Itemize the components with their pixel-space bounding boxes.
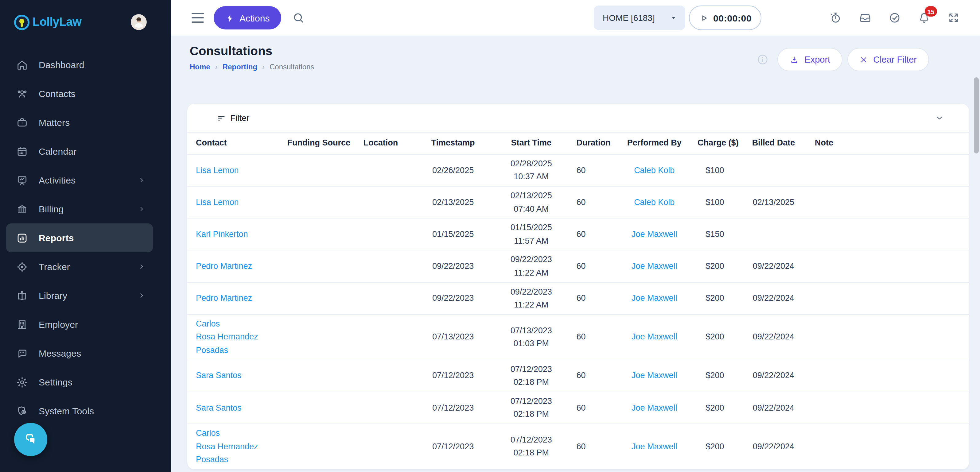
performed-by-link[interactable]: Caleb Kolb <box>634 198 675 207</box>
cell-billed-date: 09/22/2024 <box>738 360 809 392</box>
table-row: Karl Pinkerton01/15/202501/15/202511:57 … <box>187 219 969 250</box>
sidebar-item-reports[interactable]: Reports <box>6 223 153 252</box>
sidebar-item-employer[interactable]: Employer <box>6 310 153 339</box>
performed-by-link[interactable]: Joe Maxwell <box>632 332 677 342</box>
cell-note <box>809 392 969 424</box>
cell-billed-date: 09/22/2024 <box>738 282 809 314</box>
clear-filter-button[interactable]: Clear Filter <box>847 48 929 71</box>
table-row: Lisa Lemon02/26/202502/28/202510:37 AM60… <box>187 154 969 186</box>
sidebar-item-contacts[interactable]: Contacts <box>6 79 153 108</box>
topbar-icons: 15 <box>830 12 960 24</box>
sidebar-item-tracker[interactable]: Tracker <box>6 252 153 281</box>
sidebar-logo-row: LollyLaw <box>0 0 171 44</box>
timer-play-icon[interactable] <box>698 13 709 23</box>
column-header-funding-source: Funding Source <box>281 133 348 154</box>
export-button[interactable]: Export <box>777 48 842 71</box>
check-circle-icon[interactable] <box>889 12 901 24</box>
contact-link[interactable]: CarlosRosa HernandezPosadas <box>196 428 258 464</box>
performed-by-link[interactable]: Joe Maxwell <box>632 371 677 380</box>
table-row: Sara Santos07/12/202307/12/202302:18 PM6… <box>187 392 969 424</box>
cell-contact: CarlosRosa HernandezPosadas <box>187 315 281 360</box>
cell-start-time: 07/12/202302:18 PM <box>492 424 570 469</box>
sidebar-item-matters[interactable]: Matters <box>6 108 153 137</box>
breadcrumb-home[interactable]: Home <box>190 63 210 71</box>
cell-funding-source <box>281 424 348 469</box>
contact-link[interactable]: Karl Pinkerton <box>196 230 248 239</box>
stopwatch-icon[interactable] <box>830 12 842 24</box>
sidebar-item-activities[interactable]: Activities <box>6 166 153 195</box>
sidebar-item-settings[interactable]: Settings <box>6 368 153 397</box>
info-icon[interactable] <box>756 53 769 66</box>
sidebar: LollyLaw DashboardContactsMattersCalenda… <box>0 0 171 472</box>
actions-button[interactable]: Actions <box>214 6 281 29</box>
notification-badge: 15 <box>925 6 937 17</box>
calendar-icon <box>16 145 28 157</box>
column-header-performed-by: Performed By <box>617 133 691 154</box>
cell-contact: Karl Pinkerton <box>187 219 281 250</box>
hamburger-menu-icon[interactable] <box>192 13 204 23</box>
contact-link[interactable]: Sara Santos <box>196 403 242 412</box>
bar-chart-icon <box>16 232 28 244</box>
cell-contact: Sara Santos <box>187 392 281 424</box>
search-icon[interactable] <box>292 12 305 24</box>
bell-icon[interactable]: 15 <box>918 12 930 24</box>
column-header-timestamp: Timestamp <box>414 133 492 154</box>
contact-link[interactable]: Sara Santos <box>196 371 242 380</box>
content-area: Consultations Home›Reporting›Consultatio… <box>171 36 980 472</box>
vertical-scrollbar-thumb[interactable] <box>974 77 979 153</box>
table-row: Sara Santos07/12/202307/12/202302:18 PM6… <box>187 360 969 392</box>
column-header-note: Note <box>809 133 969 154</box>
chevron-right-icon <box>138 292 146 300</box>
user-avatar[interactable] <box>131 14 147 30</box>
cell-performed-by: Joe Maxwell <box>617 360 691 392</box>
performed-by-link[interactable]: Joe Maxwell <box>632 262 677 271</box>
contact-link[interactable]: Lisa Lemon <box>196 198 239 207</box>
cell-timestamp: 09/22/2023 <box>414 282 492 314</box>
cell-funding-source <box>281 360 348 392</box>
inbox-icon[interactable] <box>859 12 871 24</box>
sidebar-item-dashboard[interactable]: Dashboard <box>6 50 153 79</box>
chevron-right-icon <box>138 176 146 184</box>
breadcrumb: Home›Reporting›Consultations <box>190 63 314 71</box>
matter-select[interactable]: HOME [6183] <box>593 6 685 30</box>
cell-contact: Pedro Martinez <box>187 282 281 314</box>
cell-timestamp: 07/12/2023 <box>414 360 492 392</box>
breadcrumb-reporting[interactable]: Reporting <box>223 63 257 71</box>
chat-fab-button[interactable] <box>14 423 47 456</box>
cell-contact: Lisa Lemon <box>187 186 281 218</box>
table-row: CarlosRosa HernandezPosadas07/12/202307/… <box>187 424 969 469</box>
home-icon <box>16 59 28 71</box>
sidebar-item-calendar[interactable]: Calendar <box>6 137 153 166</box>
cell-location <box>348 219 414 250</box>
filter-label: Filter <box>230 113 249 123</box>
sidebar-item-messages[interactable]: Messages <box>6 339 153 368</box>
performed-by-link[interactable]: Joe Maxwell <box>632 442 677 451</box>
performed-by-link[interactable]: Joe Maxwell <box>632 403 677 412</box>
sidebar-item-billing[interactable]: Billing <box>6 195 153 223</box>
contact-link[interactable]: Pedro Martinez <box>196 262 252 271</box>
cell-location <box>348 154 414 186</box>
cell-charge: $100 <box>691 186 738 218</box>
cell-charge: $150 <box>691 219 738 250</box>
contact-link[interactable]: Lisa Lemon <box>196 165 239 175</box>
cell-performed-by: Joe Maxwell <box>617 250 691 282</box>
chevron-down-icon[interactable] <box>935 113 944 123</box>
presentation-chart-icon <box>16 174 28 186</box>
lollylaw-logo[interactable]: LollyLaw <box>14 14 81 30</box>
filter-toggle[interactable]: Filter <box>187 104 969 133</box>
cell-performed-by: Joe Maxwell <box>617 392 691 424</box>
performed-by-link[interactable]: Joe Maxwell <box>632 294 677 303</box>
download-icon <box>790 55 799 64</box>
sidebar-item-system-tools[interactable]: System Tools <box>6 397 153 425</box>
contact-link[interactable]: Pedro Martinez <box>196 294 252 303</box>
performed-by-link[interactable]: Caleb Kolb <box>634 165 675 175</box>
performed-by-link[interactable]: Joe Maxwell <box>632 230 677 239</box>
cell-duration: 60 <box>570 360 617 392</box>
cell-location <box>348 360 414 392</box>
sidebar-item-library[interactable]: Library <box>6 281 153 310</box>
fullscreen-expand-icon[interactable] <box>947 12 960 24</box>
cell-timestamp: 02/26/2025 <box>414 154 492 186</box>
contact-link[interactable]: CarlosRosa HernandezPosadas <box>196 319 258 355</box>
cell-charge: $200 <box>691 392 738 424</box>
chevron-right-icon <box>138 263 146 271</box>
